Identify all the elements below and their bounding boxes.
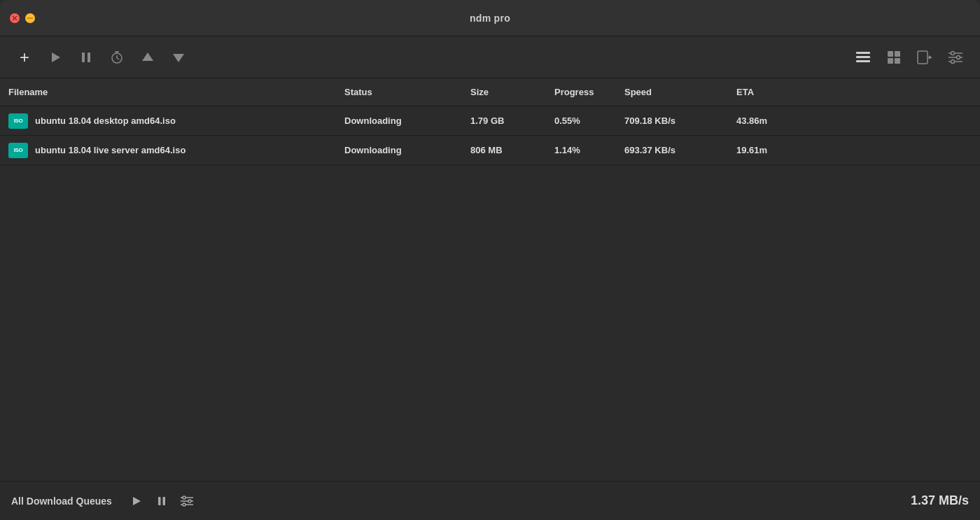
svg-point-22 <box>951 51 955 55</box>
table-row[interactable]: ISO ubuntu 18.04 live server amd64.iso D… <box>0 136 980 165</box>
filename: ubuntu 18.04 live server amd64.iso <box>35 145 186 155</box>
main-content: Filename Status Size Progress Speed ETA … <box>0 78 980 481</box>
svg-rect-2 <box>82 52 85 62</box>
svg-rect-16 <box>888 58 893 64</box>
file-icon: ISO <box>8 143 28 158</box>
table-header: Filename Status Size Progress Speed ETA <box>0 78 980 106</box>
status-pause-button[interactable] <box>151 491 172 512</box>
close-button[interactable] <box>10 13 20 23</box>
speed-cell: 709.18 KB/s <box>624 115 736 126</box>
svg-point-31 <box>183 496 186 499</box>
move-down-button[interactable] <box>165 44 192 71</box>
list-view-button[interactable] <box>850 44 876 71</box>
svg-point-33 <box>188 500 191 503</box>
add-button[interactable]: + <box>11 44 38 71</box>
status-play-button[interactable] <box>126 491 147 512</box>
filename: ubuntu 18.04 desktop amd64.iso <box>35 115 176 126</box>
size-cell: 806 MB <box>470 145 554 155</box>
eta-cell: 19.61m <box>736 145 972 155</box>
col-header-status: Status <box>344 87 470 97</box>
pause-button[interactable] <box>73 44 99 71</box>
svg-rect-15 <box>895 51 900 57</box>
size-cell: 1.79 GB <box>470 115 554 126</box>
filename-cell: ISO ubuntu 18.04 live server amd64.iso <box>8 143 344 158</box>
progress-cell: 0.55% <box>554 115 624 126</box>
table-row[interactable]: ISO ubuntu 18.04 desktop amd64.iso Downl… <box>0 106 980 136</box>
play-button[interactable] <box>42 44 69 71</box>
svg-rect-0 <box>27 17 33 18</box>
col-header-size: Size <box>470 87 554 97</box>
svg-marker-27 <box>133 497 141 505</box>
svg-rect-11 <box>856 52 870 54</box>
svg-rect-13 <box>856 60 870 62</box>
file-icon: ISO <box>8 113 28 129</box>
status-settings-button[interactable] <box>176 491 197 512</box>
svg-line-6 <box>117 58 119 59</box>
svg-rect-17 <box>895 58 900 64</box>
svg-marker-1 <box>52 52 60 62</box>
grid-view-button[interactable] <box>881 44 907 71</box>
progress-cell: 1.14% <box>554 145 624 155</box>
table-body: ISO ubuntu 18.04 desktop amd64.iso Downl… <box>0 106 980 481</box>
speed-cell: 693.37 KB/s <box>624 145 736 155</box>
svg-point-35 <box>183 503 186 506</box>
status-controls <box>126 491 197 512</box>
status-cell: Downloading <box>344 145 470 155</box>
col-header-progress: Progress <box>554 87 624 97</box>
svg-point-26 <box>951 59 955 63</box>
window-controls <box>10 13 35 23</box>
svg-marker-20 <box>929 55 932 59</box>
export-button[interactable] <box>911 44 938 71</box>
svg-rect-12 <box>856 56 870 58</box>
col-header-filename: Filename <box>8 87 344 97</box>
svg-rect-3 <box>88 52 90 62</box>
toolbar-right <box>850 44 969 71</box>
minimize-button[interactable] <box>25 13 35 23</box>
eta-cell: 43.86m <box>736 115 972 126</box>
col-header-speed: Speed <box>624 87 736 97</box>
window-title: ndm pro <box>470 13 510 24</box>
svg-rect-28 <box>158 497 161 505</box>
svg-rect-18 <box>918 51 927 64</box>
svg-marker-10 <box>173 54 184 62</box>
title-bar: ndm pro <box>0 0 980 36</box>
status-cell: Downloading <box>344 115 470 126</box>
col-header-eta: ETA <box>736 87 972 97</box>
svg-point-24 <box>957 55 960 59</box>
toolbar: + <box>0 36 980 78</box>
svg-marker-9 <box>142 52 153 61</box>
toolbar-left: + <box>11 44 846 71</box>
total-speed: 1.37 MB/s <box>911 493 969 508</box>
settings-button[interactable] <box>942 44 969 71</box>
svg-rect-29 <box>162 497 165 505</box>
timer-button[interactable] <box>104 44 130 71</box>
move-up-button[interactable] <box>134 44 161 71</box>
svg-rect-14 <box>888 51 893 57</box>
status-bar: All Download Queues 1.37 <box>0 481 980 520</box>
queue-label: All Download Queues <box>11 496 112 507</box>
filename-cell: ISO ubuntu 18.04 desktop amd64.iso <box>8 113 344 129</box>
